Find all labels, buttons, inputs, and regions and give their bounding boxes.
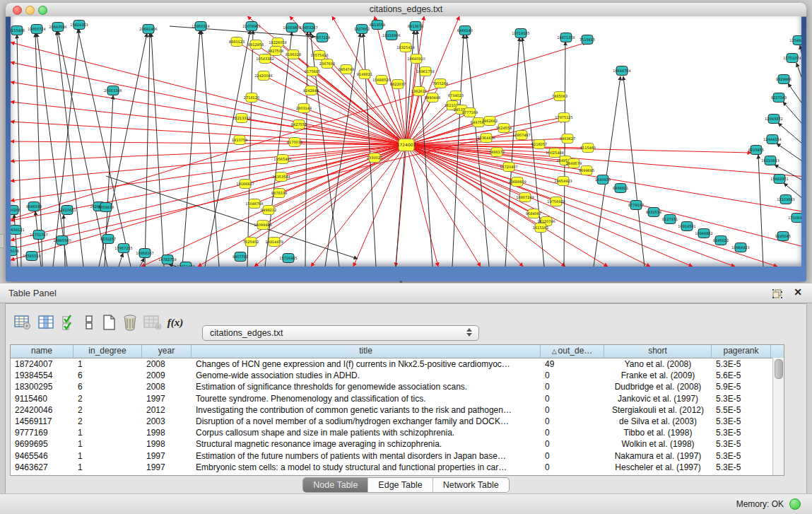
cell-year[interactable]: 2012 [142,404,192,416]
graph-node[interactable]: 21078963 [242,22,260,31]
cell-out_degree[interactable]: 0 [541,462,604,473]
graph-node[interactable]: 10575416 [310,51,328,60]
show-columns-icon[interactable] [37,313,57,332]
network-canvas[interactable]: 9155406193557242064359615824353206914061… [11,16,801,267]
cell-name[interactable]: 19384554 [11,370,73,381]
graph-node[interactable]: 9329966 [776,75,792,84]
graph-node[interactable]: 20364436 [477,134,495,143]
graph-node[interactable]: 15692971 [770,175,788,184]
graph-node[interactable]: 10984423 [731,243,749,252]
graph-node[interactable]: 12610651 [58,206,76,215]
graph-node[interactable]: 9831534 [646,208,661,217]
graph-node[interactable]: 15950324 [192,22,209,31]
graph-node[interactable]: 10565510 [23,252,40,261]
graph-node[interactable]: 20691406 [139,25,157,34]
cell-pagerank[interactable]: 5.6E-5 [712,370,771,381]
graph-node[interactable]: 7486372 [489,148,505,157]
cell-short[interactable]: Jankovic et al. (1997) [604,393,712,404]
graph-node[interactable]: 1362615 [411,87,427,96]
column-header-pagerank[interactable]: pagerank [712,345,771,358]
cell-in_degree[interactable]: 6 [73,381,142,392]
graph-node[interactable]: 16944862 [695,229,712,238]
hidden-panel-grip[interactable] [0,234,4,248]
graph-node[interactable]: 9155406 [11,26,25,35]
new-column-icon[interactable] [99,313,119,332]
cell-out_degree[interactable]: 0 [541,416,604,427]
network-graph[interactable]: 9155406193557242064359615824353206914061… [11,16,801,267]
cell-year[interactable]: 2003 [142,416,192,427]
row-height-icon[interactable] [79,313,99,332]
graph-node[interactable]: 1327602 [354,25,370,34]
cell-pagerank[interactable]: 5.3E-5 [712,438,771,450]
cell-title[interactable]: Tourette syndrome. Phenomenology and cla… [192,393,541,404]
table-row[interactable]: 1938455462009Genome-wide association stu… [11,370,784,381]
graph-node[interactable]: 20643596 [49,23,66,32]
tab-node-table[interactable]: Node Table [303,478,368,492]
graph-node[interactable]: 9175685 [305,67,320,76]
graph-node[interactable]: 9245045 [775,232,791,241]
graph-node[interactable]: 9046330 [26,202,42,211]
graph-node[interactable]: 12923468 [177,262,194,267]
graph-node[interactable]: 6466140 [457,26,473,35]
graph-node[interactable]: 9777169 [462,108,478,117]
cell-out_degree[interactable]: 49 [541,358,604,370]
graph-node[interactable]: 18807249 [516,193,534,202]
cell-in_degree[interactable]: 1 [73,450,142,462]
graph-node[interactable]: 12213333 [233,114,250,123]
graph-node[interactable]: 9699695 [579,166,594,175]
graph-node[interactable]: 9990448 [425,93,440,103]
table-mode-icon[interactable] [13,313,33,332]
graph-node[interactable]: 16648784 [613,66,630,76]
graph-node[interactable]: 19654923 [554,177,572,186]
cell-short[interactable]: Nakamura et al. (1997) [604,450,712,462]
cell-in_degree[interactable]: 1 [73,462,142,473]
tab-network-table[interactable]: Network Table [433,478,509,492]
cell-title[interactable]: Estimation of significance thresholds fo… [192,381,541,392]
cell-pagerank[interactable]: 5.3E-5 [712,462,771,473]
window-titlebar[interactable]: citations_edges.txt [6,3,806,17]
table-scrollbar[interactable] [772,358,784,475]
table-row[interactable]: 2242004622012Investigating the contribut… [11,404,784,416]
graph-node[interactable]: 1810754 [232,136,247,145]
column-header-out_degree[interactable]: △out_de… [541,345,604,358]
graph-node[interactable]: 8100206 [11,206,20,215]
table-selector-dropdown[interactable]: citations_edges.txt [202,325,479,341]
cell-title[interactable]: Estimation of the future numbers of pati… [192,450,541,462]
graph-node[interactable]: 8860123 [229,37,245,47]
close-panel-icon[interactable]: ✕ [794,286,802,298]
graph-node[interactable]: 16782759 [158,255,176,264]
graph-node[interactable]: 9115460 [580,144,596,153]
cell-title[interactable]: Changes of HCN gene expression and I(f) … [192,358,541,370]
graph-hub-node[interactable]: 1724007 [397,139,416,151]
cell-out_degree[interactable]: 0 [541,393,604,404]
graph-node[interactable]: 17108383 [788,214,801,223]
graph-node[interactable]: 12103693 [777,195,794,204]
cell-year[interactable]: 1998 [142,427,192,438]
cell-in_degree[interactable]: 1 [73,427,142,438]
graph-node[interactable]: 2803144 [296,104,312,113]
cell-name[interactable]: 9777169 [11,427,73,438]
graph-node[interactable]: 7462662 [482,117,498,126]
cell-year[interactable]: 1997 [142,462,192,473]
graph-node[interactable]: 9457791 [233,252,248,262]
cell-title[interactable]: Disruption of a novel member of a sodium… [192,416,541,427]
cell-title[interactable]: Corpus callosum shape and size in male p… [192,427,541,438]
graph-node[interactable]: 15046786 [245,199,263,209]
graph-node[interactable]: 6734023 [448,91,464,100]
graph-node[interactable]: 9227343 [771,93,787,103]
graph-node[interactable]: 8427552 [291,120,307,129]
delete-column-trash-icon[interactable] [120,313,140,332]
graph-node[interactable]: 16210643 [761,156,779,165]
cell-name[interactable]: 9463627 [11,462,73,473]
graph-node[interactable]: 9231257 [100,235,116,244]
table-row[interactable]: 946362711997Embryonic stem cells: a mode… [11,462,784,473]
cell-name[interactable]: 9699695 [11,438,73,450]
graph-node[interactable]: 9779197 [628,201,644,210]
graph-node[interactable]: 2849579 [566,159,582,168]
graph-node[interactable]: 6216057 [531,140,547,149]
graph-node[interactable]: 8813674 [408,22,423,31]
cell-short[interactable]: Hescheler et al. (1997) [604,462,712,473]
cell-year[interactable]: 2008 [142,358,192,370]
cell-name[interactable]: 9115460 [11,393,73,404]
cell-short[interactable]: Stergiakouli et al. (2012) [604,404,712,416]
